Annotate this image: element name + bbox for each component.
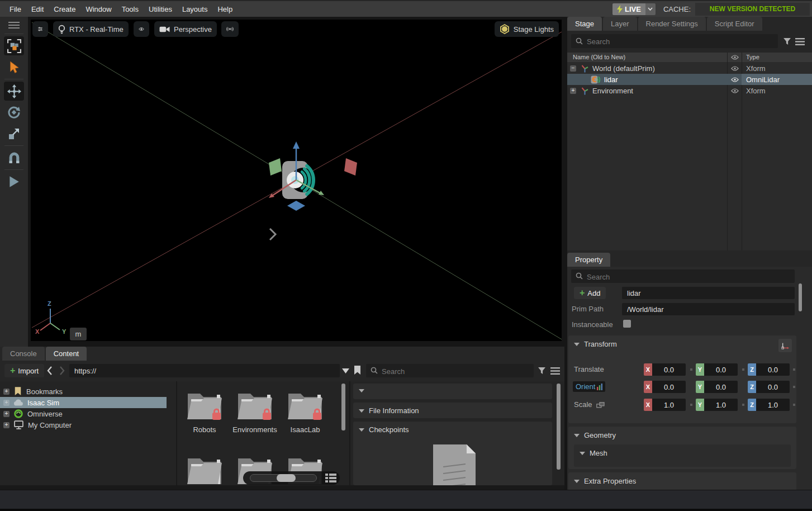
collapse-arrow-icon[interactable] [359, 389, 364, 392]
content-tree-bookmarks[interactable]: + Bookmarks [0, 386, 175, 397]
tab-script-editor[interactable]: Script Editor [707, 17, 762, 31]
scale-y-field[interactable]: 1.0 [704, 399, 738, 411]
link-icon[interactable] [596, 402, 605, 408]
collapse-arrow-icon[interactable] [359, 428, 364, 432]
selection-mode-tool[interactable] [4, 36, 24, 55]
orient-z-field[interactable]: 0.0 [756, 381, 790, 393]
checkpoints-section[interactable]: Checkpoints [353, 422, 552, 485]
menu-edit[interactable]: Edit [26, 5, 49, 13]
property-scrollbar[interactable] [799, 283, 802, 311]
viewport-settings-button[interactable] [32, 21, 48, 37]
menu-help[interactable]: Help [212, 5, 238, 13]
options-menu-icon[interactable] [795, 38, 805, 45]
select-tool[interactable] [4, 58, 24, 77]
collapse-arrow-icon[interactable] [574, 434, 580, 437]
tree-row-world[interactable]: − World (defaultPrim) Xform [567, 63, 812, 74]
collapse-arrow-icon[interactable] [574, 343, 580, 346]
expand-toggle[interactable]: + [3, 400, 10, 406]
content-tree-my-computer[interactable]: + My Computer [0, 419, 175, 430]
tab-property[interactable]: Property [567, 253, 610, 267]
orient-y-field[interactable]: 0.0 [704, 381, 738, 393]
filter-icon[interactable] [783, 37, 791, 45]
eye-icon[interactable] [731, 66, 739, 71]
folder-robots[interactable]: Robots [182, 389, 227, 434]
prim-name[interactable]: lidar [604, 75, 618, 84]
collapse-toggle[interactable]: − [570, 65, 576, 72]
capture-button[interactable] [221, 21, 239, 37]
back-icon[interactable] [47, 366, 53, 375]
tree-row-lidar[interactable]: lidar OmniLidar [567, 74, 812, 85]
content-search-input[interactable] [381, 364, 534, 378]
toolbar-drag-handle[interactable] [4, 19, 24, 31]
folder-environments[interactable]: Environments [232, 389, 277, 434]
file-information-section[interactable]: File Information [353, 403, 552, 418]
prim-path-field[interactable] [622, 303, 795, 315]
expand-toggle[interactable]: + [3, 389, 10, 395]
bookmark-icon[interactable] [354, 366, 361, 375]
menu-file[interactable]: File [4, 5, 26, 13]
info-collapsed-section[interactable] [353, 384, 552, 399]
eye-icon[interactable] [731, 88, 739, 93]
expand-toggle[interactable]: + [3, 411, 10, 417]
transform-axis-button[interactable] [778, 339, 792, 352]
scale-z-field[interactable]: 1.0 [756, 399, 790, 411]
stage-search-input[interactable] [586, 34, 778, 49]
live-button[interactable]: LIVE [612, 3, 645, 15]
folder-isaaclab[interactable]: IsaacLab [283, 389, 327, 434]
viewport-3d[interactable]: Z X Y RTX - Real-Time Perspe [31, 20, 562, 341]
collapse-arrow-icon[interactable] [580, 452, 585, 455]
snap-tool[interactable] [4, 148, 24, 167]
prim-name-field[interactable] [622, 287, 795, 299]
live-dropdown-button[interactable] [645, 3, 656, 15]
menu-layouts[interactable]: Layouts [177, 5, 213, 13]
translate-y-field[interactable]: 0.0 [704, 363, 738, 376]
folder-item[interactable] [182, 454, 227, 485]
rotate-tool[interactable] [4, 103, 24, 122]
dropdown-arrow-icon[interactable] [342, 368, 349, 373]
slider-handle[interactable] [277, 474, 296, 482]
menu-utilities[interactable]: Utilities [144, 5, 177, 13]
menu-tools[interactable]: Tools [117, 5, 144, 13]
tab-stage[interactable]: Stage [567, 17, 602, 31]
visibility-button[interactable] [134, 21, 149, 37]
grid-view-icon[interactable] [325, 474, 336, 482]
translate-x-field[interactable]: 0.0 [652, 363, 686, 376]
forward-icon[interactable] [59, 366, 65, 375]
content-tree-omniverse[interactable]: + Omniverse [0, 408, 175, 419]
move-tool[interactable] [4, 82, 24, 101]
scale-tool[interactable] [4, 124, 24, 143]
translate-z-field[interactable]: 0.0 [756, 363, 790, 376]
menu-window[interactable]: Window [80, 5, 116, 13]
name-column-header[interactable]: Name (Old to New) [573, 54, 625, 60]
tab-layer[interactable]: Layer [603, 17, 637, 31]
address-bar[interactable] [69, 364, 340, 377]
play-button[interactable] [4, 172, 24, 191]
menu-create[interactable]: Create [49, 5, 80, 13]
filter-icon[interactable] [538, 367, 546, 375]
unit-indicator[interactable]: m [70, 328, 87, 340]
property-search-input[interactable] [586, 269, 795, 284]
render-mode-button[interactable]: RTX - Real-Time [53, 21, 129, 37]
options-menu-icon[interactable] [550, 367, 560, 375]
add-property-button[interactable]: + Add [574, 287, 606, 299]
tab-render-settings[interactable]: Render Settings [638, 17, 706, 31]
collapse-arrow-icon[interactable] [574, 480, 580, 483]
collapse-arrow-icon[interactable] [359, 409, 364, 413]
tree-row-environment[interactable]: + Environment Xform [567, 85, 812, 96]
content-search[interactable] [366, 364, 534, 377]
import-button[interactable]: + Import [4, 364, 44, 377]
content-tree-isaac-sim[interactable]: + Isaac Sim [0, 397, 167, 408]
info-pane-scrollbar[interactable] [557, 384, 561, 470]
expand-toggle[interactable]: + [3, 422, 10, 428]
instanceable-checkbox[interactable] [623, 320, 631, 328]
tab-console[interactable]: Console [2, 347, 45, 361]
stage-search[interactable] [571, 34, 778, 48]
eye-icon[interactable] [731, 77, 739, 82]
orient-x-field[interactable]: 0.0 [652, 381, 686, 393]
expand-toggle[interactable]: + [570, 88, 576, 94]
stage-lights-button[interactable]: Stage Lights [495, 21, 559, 37]
thumbnail-slider[interactable] [243, 471, 340, 485]
orient-label[interactable]: Orient [576, 382, 595, 391]
camera-button[interactable]: Perspective [154, 21, 217, 37]
prim-name[interactable]: Environment [592, 87, 633, 95]
